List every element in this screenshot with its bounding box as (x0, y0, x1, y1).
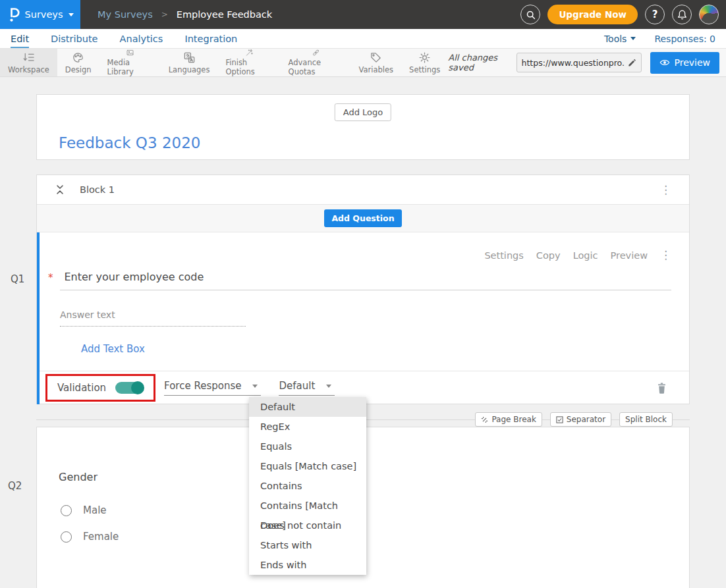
product-name: Surveys (25, 9, 63, 20)
product-switcher[interactable]: Surveys (0, 0, 80, 29)
toolbar-item-label: Settings (409, 65, 440, 74)
block-card: Block 1 ⋮ Add Question Settings Copy Log… (36, 174, 690, 404)
dropdown-option-contains[interactable]: Contains (249, 476, 366, 496)
separator-button[interactable]: Separator (550, 412, 611, 427)
survey-header-card: Add Logo Feedback Q3 2020 (36, 94, 690, 160)
block-title[interactable]: Block 1 (80, 184, 115, 195)
validation-type-select[interactable]: Default (279, 380, 335, 396)
tools-label: Tools (604, 34, 627, 44)
question-text-row: * Enter your employee code (48, 271, 204, 284)
toolbar-item-workspace[interactable]: Workspace (0, 49, 57, 76)
radio-button[interactable] (61, 505, 72, 516)
gear-icon (418, 51, 431, 64)
question-settings-link[interactable]: Settings (484, 250, 523, 261)
survey-title[interactable]: Feedback Q3 2020 (59, 134, 200, 151)
preview-button[interactable]: Preview (650, 52, 720, 74)
tools-menu[interactable]: Tools (604, 34, 636, 44)
eye-icon (659, 57, 670, 68)
upgrade-now-button[interactable]: Upgrade Now (547, 5, 638, 24)
radio-label: Male (83, 504, 107, 516)
avatar[interactable] (699, 5, 719, 24)
chevron-down-icon (252, 385, 258, 388)
add-text-box-link[interactable]: Add Text Box (81, 343, 145, 355)
question-preview-link[interactable]: Preview (611, 250, 648, 261)
block-header: Block 1 ⋮ (37, 175, 689, 205)
collapse-icon (55, 184, 65, 196)
dropdown-option-does-not-contain[interactable]: Does not contain (249, 516, 366, 535)
toolbar-item-languages[interactable]: Languages (161, 49, 218, 76)
toolbar-right: All changes saved Preview (448, 49, 726, 76)
dropdown-option-equals-match-case[interactable]: Equals [Match case] (249, 456, 366, 476)
workspace-icon (22, 51, 35, 64)
tab-distribute[interactable]: Distribute (51, 29, 98, 48)
toolbar-item-media-library[interactable]: Media Library (99, 49, 161, 76)
toolbar-item-label: Finish Options (225, 58, 272, 76)
tab-analytics[interactable]: Analytics (120, 29, 163, 48)
radio-button[interactable] (61, 531, 72, 543)
toolbar-item-advance-quotas[interactable]: Advance Quotas (281, 49, 351, 76)
toolbar-item-label: Variables (359, 65, 394, 74)
breadcrumb-my-surveys[interactable]: My Surveys (98, 9, 153, 20)
chevron-down-icon (69, 13, 74, 16)
radio-option-female[interactable]: Female (61, 531, 119, 543)
dropdown-option-equals[interactable]: Equals (249, 437, 366, 456)
radio-option-male[interactable]: Male (61, 504, 107, 516)
answer-text-field[interactable]: Answer text (60, 309, 246, 327)
toolbar-item-finish-options[interactable]: Finish Options (217, 49, 280, 76)
validation-highlight-annotation: Validation (45, 374, 155, 402)
dropdown-option-ends-with[interactable]: Ends with (249, 555, 366, 575)
wand-icon (243, 49, 256, 57)
survey-url-input[interactable] (522, 58, 625, 68)
force-response-select[interactable]: Force Response (164, 380, 261, 396)
dropdown-option-starts-with[interactable]: Starts with (249, 535, 366, 555)
breadcrumb: My Surveys > Employee Feedback (98, 9, 272, 20)
toolbar-item-settings[interactable]: Settings (401, 49, 448, 76)
search-button[interactable] (520, 5, 540, 24)
page-break-button[interactable]: Page Break (475, 412, 542, 427)
add-question-button[interactable]: Add Question (324, 209, 401, 227)
validation-label: Validation (57, 382, 106, 394)
dropdown-option-default[interactable]: Default (249, 397, 366, 417)
chain-icon (310, 49, 322, 57)
questionpro-logo-icon (7, 7, 20, 22)
question-copy-link[interactable]: Copy (536, 250, 561, 261)
breadcrumb-current: Employee Feedback (177, 9, 272, 20)
main-nav: Edit Distribute Analytics Integration To… (0, 29, 726, 49)
help-button[interactable]: ? (645, 5, 665, 24)
topbar: Surveys My Surveys > Employee Feedback U… (0, 0, 726, 29)
validation-toggle[interactable] (115, 382, 144, 394)
delete-question-button[interactable] (656, 382, 667, 394)
question-text[interactable]: Gender (59, 471, 98, 483)
question-menu-button[interactable]: ⋮ (660, 250, 671, 261)
editor-toolbar: Workspace Design Media Library Languages (0, 49, 726, 77)
collapse-block-button[interactable] (55, 184, 65, 196)
tab-integration[interactable]: Integration (184, 29, 237, 48)
tab-edit[interactable]: Edit (11, 29, 29, 48)
image-icon (124, 49, 136, 57)
split-block-label: Split Block (625, 415, 667, 424)
toolbar-item-label: Languages (169, 65, 210, 74)
split-block-button[interactable]: Split Block (619, 412, 673, 427)
dropdown-option-regex[interactable]: RegEx (249, 417, 366, 437)
toolbar-item-variables[interactable]: Variables (351, 49, 402, 76)
force-response-value: Force Response (164, 380, 241, 392)
question-id-label: Q1 (11, 273, 24, 285)
bell-icon (677, 9, 687, 20)
chevron-down-icon (630, 37, 636, 40)
block-menu-button[interactable]: ⋮ (660, 184, 671, 196)
question-text[interactable]: Enter your employee code (65, 271, 204, 284)
radio-label: Female (83, 531, 119, 543)
pencil-icon[interactable] (627, 58, 636, 67)
toolbar-item-design[interactable]: Design (57, 49, 99, 76)
toolbar-item-label: Design (65, 65, 92, 74)
toolbar-item-label: Workspace (8, 65, 49, 74)
required-marker: * (48, 271, 53, 284)
nav-tabs: Edit Distribute Analytics Integration (11, 29, 237, 48)
responses-count[interactable]: Responses: 0 (654, 34, 715, 44)
notifications-button[interactable] (672, 5, 692, 24)
question-1: Settings Copy Logic Preview ⋮ Q1 * Enter… (37, 232, 689, 404)
question-id-label: Q2 (8, 480, 22, 492)
question-logic-link[interactable]: Logic (573, 250, 598, 261)
add-logo-button[interactable]: Add Logo (335, 103, 391, 121)
dropdown-option-contains-match-case[interactable]: Contains [Match case] (249, 496, 366, 516)
